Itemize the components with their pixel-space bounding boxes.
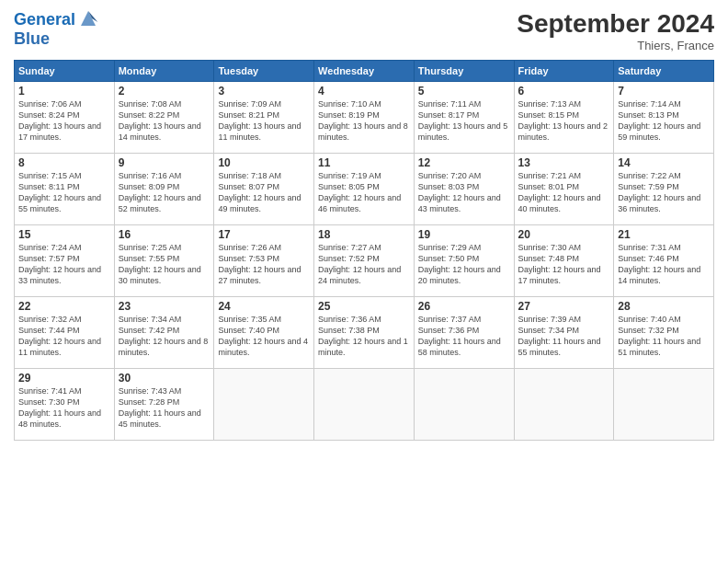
- day-cell: 7Sunrise: 7:14 AM Sunset: 8:13 PM Daylig…: [614, 82, 714, 154]
- day-cell: [414, 369, 514, 441]
- day-number: 27: [518, 300, 610, 313]
- day-cell: 3Sunrise: 7:09 AM Sunset: 8:21 PM Daylig…: [214, 82, 314, 154]
- day-number: 12: [418, 156, 510, 169]
- day-number: 17: [218, 228, 310, 241]
- day-cell: 5Sunrise: 7:11 AM Sunset: 8:17 PM Daylig…: [414, 82, 514, 154]
- header-row: SundayMondayTuesdayWednesdayThursdayFrid…: [15, 61, 714, 82]
- day-number: 29: [18, 372, 110, 385]
- calendar-header: SundayMondayTuesdayWednesdayThursdayFrid…: [15, 61, 714, 82]
- day-cell: 17Sunrise: 7:26 AM Sunset: 7:53 PM Dayli…: [214, 225, 314, 297]
- day-cell: 16Sunrise: 7:25 AM Sunset: 7:55 PM Dayli…: [114, 225, 214, 297]
- day-number: 20: [518, 228, 610, 241]
- day-info: Sunrise: 7:24 AM Sunset: 7:57 PM Dayligh…: [18, 242, 110, 287]
- day-info: Sunrise: 7:32 AM Sunset: 7:44 PM Dayligh…: [18, 314, 110, 359]
- week-row-5: 29Sunrise: 7:41 AM Sunset: 7:30 PM Dayli…: [15, 369, 714, 441]
- day-cell: [514, 369, 614, 441]
- day-cell: 28Sunrise: 7:40 AM Sunset: 7:32 PM Dayli…: [614, 297, 714, 369]
- day-number: 9: [119, 156, 210, 169]
- day-cell: 2Sunrise: 7:08 AM Sunset: 8:22 PM Daylig…: [114, 82, 214, 154]
- day-cell: 1Sunrise: 7:06 AM Sunset: 8:24 PM Daylig…: [15, 82, 115, 154]
- day-info: Sunrise: 7:40 AM Sunset: 7:32 PM Dayligh…: [618, 314, 710, 359]
- location: Thiers, France: [517, 39, 714, 52]
- day-number: 14: [618, 156, 710, 169]
- day-info: Sunrise: 7:27 AM Sunset: 7:52 PM Dayligh…: [318, 242, 410, 287]
- header-cell-thursday: Thursday: [414, 61, 514, 82]
- day-cell: 18Sunrise: 7:27 AM Sunset: 7:52 PM Dayli…: [314, 225, 415, 297]
- day-info: Sunrise: 7:31 AM Sunset: 7:46 PM Dayligh…: [618, 242, 710, 287]
- header-cell-saturday: Saturday: [614, 61, 714, 82]
- logo: General Blue: [14, 9, 99, 49]
- day-info: Sunrise: 7:29 AM Sunset: 7:50 PM Dayligh…: [418, 242, 510, 287]
- day-info: Sunrise: 7:13 AM Sunset: 8:15 PM Dayligh…: [518, 98, 610, 144]
- day-info: Sunrise: 7:18 AM Sunset: 8:07 PM Dayligh…: [218, 170, 310, 215]
- day-info: Sunrise: 7:26 AM Sunset: 7:53 PM Dayligh…: [218, 242, 310, 287]
- day-cell: 27Sunrise: 7:39 AM Sunset: 7:34 PM Dayli…: [514, 297, 614, 369]
- day-cell: 4Sunrise: 7:10 AM Sunset: 8:19 PM Daylig…: [314, 82, 415, 154]
- day-number: 5: [418, 85, 510, 98]
- day-info: Sunrise: 7:16 AM Sunset: 8:09 PM Dayligh…: [119, 170, 210, 215]
- day-info: Sunrise: 7:37 AM Sunset: 7:36 PM Dayligh…: [418, 314, 510, 359]
- day-cell: 14Sunrise: 7:22 AM Sunset: 7:59 PM Dayli…: [614, 154, 714, 225]
- day-info: Sunrise: 7:21 AM Sunset: 8:01 PM Dayligh…: [518, 170, 610, 215]
- day-cell: 10Sunrise: 7:18 AM Sunset: 8:07 PM Dayli…: [214, 154, 314, 225]
- day-number: 18: [318, 228, 410, 241]
- day-cell: 30Sunrise: 7:43 AM Sunset: 7:28 PM Dayli…: [114, 369, 214, 441]
- logo-text: General: [14, 11, 75, 29]
- day-cell: 9Sunrise: 7:16 AM Sunset: 8:09 PM Daylig…: [114, 154, 214, 225]
- day-info: Sunrise: 7:19 AM Sunset: 8:05 PM Dayligh…: [318, 170, 410, 215]
- day-number: 28: [618, 300, 710, 313]
- day-info: Sunrise: 7:35 AM Sunset: 7:40 PM Dayligh…: [218, 314, 310, 359]
- logo-icon: [77, 7, 99, 29]
- logo-general: General: [14, 10, 75, 29]
- day-cell: [314, 369, 415, 441]
- day-number: 10: [218, 156, 310, 169]
- day-cell: 11Sunrise: 7:19 AM Sunset: 8:05 PM Dayli…: [314, 154, 415, 225]
- day-cell: 22Sunrise: 7:32 AM Sunset: 7:44 PM Dayli…: [15, 297, 115, 369]
- day-number: 30: [119, 372, 210, 385]
- header-cell-tuesday: Tuesday: [214, 61, 314, 82]
- title-area: September 2024 Thiers, France: [517, 9, 714, 52]
- day-number: 22: [18, 300, 110, 313]
- month-title: September 2024: [517, 9, 714, 39]
- week-row-3: 15Sunrise: 7:24 AM Sunset: 7:57 PM Dayli…: [15, 225, 714, 297]
- day-number: 11: [318, 156, 410, 169]
- day-info: Sunrise: 7:39 AM Sunset: 7:34 PM Dayligh…: [518, 314, 610, 359]
- day-info: Sunrise: 7:22 AM Sunset: 7:59 PM Dayligh…: [618, 170, 710, 215]
- day-cell: 6Sunrise: 7:13 AM Sunset: 8:15 PM Daylig…: [514, 82, 614, 154]
- day-cell: 13Sunrise: 7:21 AM Sunset: 8:01 PM Dayli…: [514, 154, 614, 225]
- day-number: 19: [418, 228, 510, 241]
- header-cell-friday: Friday: [514, 61, 614, 82]
- day-info: Sunrise: 7:08 AM Sunset: 8:22 PM Dayligh…: [119, 98, 210, 144]
- day-info: Sunrise: 7:34 AM Sunset: 7:42 PM Dayligh…: [119, 314, 210, 359]
- day-number: 7: [618, 85, 710, 98]
- day-info: Sunrise: 7:11 AM Sunset: 8:17 PM Dayligh…: [418, 98, 510, 144]
- day-number: 24: [218, 300, 310, 313]
- day-info: Sunrise: 7:25 AM Sunset: 7:55 PM Dayligh…: [119, 242, 210, 287]
- day-cell: 8Sunrise: 7:15 AM Sunset: 8:11 PM Daylig…: [15, 154, 115, 225]
- day-info: Sunrise: 7:14 AM Sunset: 8:13 PM Dayligh…: [618, 98, 710, 144]
- day-info: Sunrise: 7:09 AM Sunset: 8:21 PM Dayligh…: [218, 98, 310, 144]
- day-cell: 25Sunrise: 7:36 AM Sunset: 7:38 PM Dayli…: [314, 297, 415, 369]
- day-info: Sunrise: 7:41 AM Sunset: 7:30 PM Dayligh…: [18, 385, 110, 431]
- day-number: 3: [218, 85, 310, 98]
- day-number: 4: [318, 85, 410, 98]
- header-cell-wednesday: Wednesday: [314, 61, 415, 82]
- day-number: 13: [518, 156, 610, 169]
- day-cell: 21Sunrise: 7:31 AM Sunset: 7:46 PM Dayli…: [614, 225, 714, 297]
- week-row-1: 1Sunrise: 7:06 AM Sunset: 8:24 PM Daylig…: [15, 82, 714, 154]
- day-cell: 15Sunrise: 7:24 AM Sunset: 7:57 PM Dayli…: [15, 225, 115, 297]
- day-info: Sunrise: 7:10 AM Sunset: 8:19 PM Dayligh…: [318, 98, 410, 144]
- header-cell-monday: Monday: [114, 61, 214, 82]
- day-info: Sunrise: 7:20 AM Sunset: 8:03 PM Dayligh…: [418, 170, 510, 215]
- day-number: 21: [618, 228, 710, 241]
- main-container: General Blue September 2024 Thiers, Fran…: [0, 0, 728, 450]
- day-cell: 23Sunrise: 7:34 AM Sunset: 7:42 PM Dayli…: [114, 297, 214, 369]
- day-info: Sunrise: 7:43 AM Sunset: 7:28 PM Dayligh…: [119, 385, 210, 431]
- day-number: 2: [119, 85, 210, 98]
- day-cell: 24Sunrise: 7:35 AM Sunset: 7:40 PM Dayli…: [214, 297, 314, 369]
- day-number: 23: [119, 300, 210, 313]
- day-cell: [214, 369, 314, 441]
- week-row-4: 22Sunrise: 7:32 AM Sunset: 7:44 PM Dayli…: [15, 297, 714, 369]
- day-number: 16: [119, 228, 210, 241]
- day-number: 8: [18, 156, 110, 169]
